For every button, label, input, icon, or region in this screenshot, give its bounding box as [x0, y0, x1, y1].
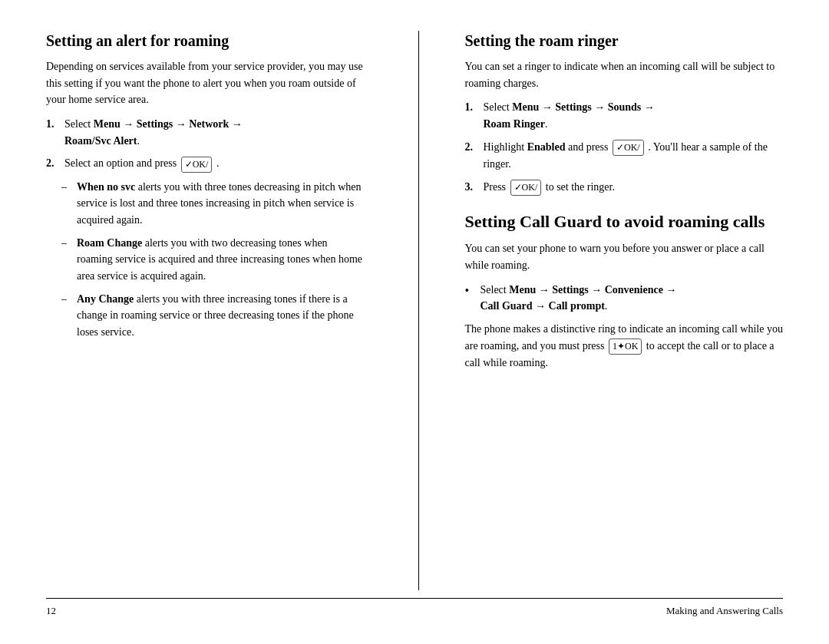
sub-item-3-bold: Any Change [77, 293, 134, 305]
page-container: Setting an alert for roaming Depending o… [0, 0, 829, 644]
r-menu: Menu [512, 101, 539, 113]
right-column: Setting the roam ringer You can set a ri… [457, 31, 784, 590]
ok-icon-check: ✓ [185, 157, 193, 172]
cg-settings: Settings [552, 284, 588, 296]
r-roam-ringer: Roam Ringer [484, 118, 546, 130]
step-1-network: Network [189, 118, 229, 130]
roam-ringer-steps: 1. Select Menu → Settings → Sounds → Roa… [465, 99, 784, 195]
ok-text-3: OK [522, 180, 535, 195]
page-footer: 12 Making and Answering Calls [46, 598, 783, 617]
column-divider [418, 31, 419, 590]
cg-call-guard: Call Guard [481, 300, 533, 312]
left-steps-list: 1. Select Menu → Settings → Network → Ro… [46, 116, 365, 172]
ok-icon-slash: / [206, 157, 208, 172]
ok-check-2: ✓ [616, 140, 624, 155]
call-guard-bullet-content: Select Menu → Settings → Convenience → C… [481, 282, 677, 315]
roam-step-1: 1. Select Menu → Settings → Sounds → Roa… [465, 99, 784, 132]
ok-icon-text: OK [193, 157, 206, 172]
ok-check-3: ✓ [514, 180, 522, 195]
ok-slash-3: / [535, 180, 537, 195]
sub-item-3-content: Any Change alerts you with three increas… [77, 291, 365, 341]
roam-step-2-content: Highlight Enabled and press ✓OK/ . You'l… [484, 139, 784, 173]
ok-button-step2: ✓OK/ [181, 157, 213, 173]
call-guard-intro: You can set your phone to warn you befor… [465, 240, 784, 273]
sub-item-2-content: Roam Change alerts you with two decreasi… [77, 235, 365, 285]
cg-convenience: Convenience [605, 284, 663, 296]
dash-3: – [61, 291, 74, 308]
page-number: 12 [46, 605, 56, 617]
call-guard-section: Setting Call Guard to avoid roaming call… [465, 211, 784, 372]
step-1-number: 1. [46, 116, 61, 133]
roam-step-3-content: Press ✓OK/ to set the ringer. [484, 179, 784, 196]
ok-button-roam-step3: ✓OK/ [510, 180, 542, 196]
roam-step-3-number: 3. [465, 179, 481, 196]
roam-step-2-number: 2. [465, 139, 481, 156]
left-intro-text: Depending on services available from you… [46, 58, 365, 108]
one-star-text: 1✦ [613, 339, 625, 354]
content-area: Setting an alert for roaming Depending o… [46, 31, 783, 590]
step-1-content: Select Menu → Settings → Network → Roam/… [64, 116, 365, 149]
ok-slash-2: / [637, 140, 639, 155]
dash-1: – [61, 179, 74, 196]
chapter-title: Making and Answering Calls [666, 605, 783, 617]
call-guard-outro: The phone makes a distinctive ring to in… [465, 321, 784, 371]
roam-ringer-intro: You can set a ringer to indicate when an… [465, 58, 784, 91]
cg-call-prompt: Call prompt [549, 300, 605, 312]
call-guard-title: Setting Call Guard to avoid roaming call… [465, 211, 784, 233]
sub-item-1-bold: When no svc [77, 181, 135, 193]
sub-items-list: – When no svc alerts you with three tone… [61, 179, 365, 341]
r-sounds: Sounds [608, 101, 642, 113]
bullet-dot: • [465, 282, 479, 301]
sub-item-3: – Any Change alerts you with three incre… [61, 291, 365, 341]
roam-ringer-title: Setting the roam ringer [465, 31, 784, 51]
r-settings: Settings [555, 101, 591, 113]
ok-button-roam-step2: ✓OK/ [613, 140, 644, 156]
left-step-2: 2. Select an option and press ✓OK/ . [46, 155, 365, 172]
sub-item-1: – When no svc alerts you with three tone… [61, 179, 365, 229]
left-section-title: Setting an alert for roaming [46, 31, 365, 51]
step-1-roam-svc: Roam/Svc Alert [64, 135, 137, 147]
sub-item-2: – Roam Change alerts you with two decrea… [61, 235, 365, 285]
ok-final-text: OK [625, 339, 638, 354]
ok-text-2: OK [624, 140, 637, 155]
roam-step-1-content: Select Menu → Settings → Sounds → Roam R… [484, 99, 784, 132]
roam-step-3: 3. Press ✓OK/ to set the ringer. [465, 179, 784, 196]
enabled-text: Enabled [527, 141, 566, 153]
left-column: Setting an alert for roaming Depending o… [46, 31, 380, 590]
step-2-content: Select an option and press ✓OK/ . [64, 155, 365, 172]
cg-menu: Menu [509, 284, 536, 296]
call-guard-bullet-item: • Select Menu → Settings → Convenience →… [465, 282, 784, 315]
step-2-number: 2. [46, 155, 61, 172]
left-step-1: 1. Select Menu → Settings → Network → Ro… [46, 116, 365, 149]
ok-button-1ok: 1✦OK [609, 339, 642, 355]
roam-step-1-number: 1. [465, 99, 481, 116]
step-1-menu: Menu [94, 118, 121, 130]
roam-step-2: 2. Highlight Enabled and press ✓OK/ . Yo… [465, 139, 784, 173]
sub-item-2-bold: Roam Change [77, 237, 142, 249]
sub-item-1-content: When no svc alerts you with three tones … [77, 179, 365, 229]
dash-2: – [61, 235, 74, 252]
step-1-settings: Settings [137, 118, 173, 130]
call-guard-bullet-list: • Select Menu → Settings → Convenience →… [465, 282, 784, 315]
